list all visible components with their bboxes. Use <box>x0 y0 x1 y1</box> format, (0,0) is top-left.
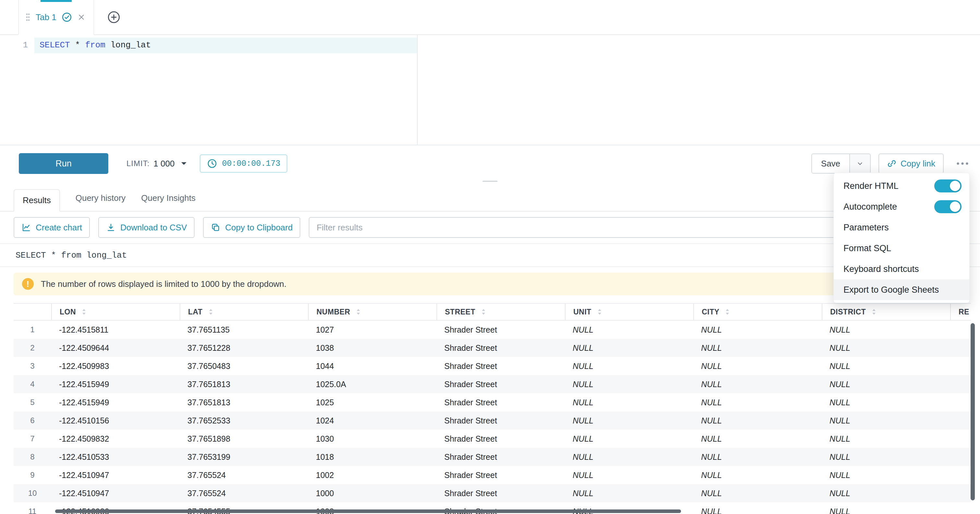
drag-handle-icon[interactable] <box>25 12 30 22</box>
more-menu: Render HTMLAutocompleteParametersFormat … <box>834 172 970 303</box>
copy-link-button[interactable]: Copy link <box>878 153 944 174</box>
tab-results[interactable]: Results <box>14 189 60 212</box>
table-cell: NULL <box>693 357 822 375</box>
table-row[interactable]: 3-122.450998337.76504831044Shrader Stree… <box>14 357 971 375</box>
menu-item-label: Keyboard shortcuts <box>843 264 919 274</box>
tab-query-insights[interactable]: Query Insights <box>141 193 196 211</box>
menu-item-export-to-google-sheets[interactable]: Export to Google Sheets <box>834 279 969 300</box>
column-header-street[interactable]: STREET <box>436 304 565 320</box>
column-header-district[interactable]: DISTRICT <box>822 304 950 320</box>
sort-icon[interactable] <box>354 308 363 316</box>
table-cell <box>950 429 971 448</box>
sort-icon[interactable] <box>870 308 878 316</box>
copy-clipboard-button[interactable]: Copy to Clipboard <box>203 217 300 238</box>
menu-item-parameters[interactable]: Parameters <box>834 217 969 238</box>
results-tab-bar: Results Query history Query Insights <box>0 182 980 212</box>
run-button[interactable]: Run <box>19 153 108 174</box>
table-cell: 1030 <box>308 429 436 448</box>
table-cell: NULL <box>822 448 950 466</box>
table-row[interactable]: 5-122.451594937.76518131025Shrader Stree… <box>14 393 971 412</box>
table-cell: NULL <box>822 393 950 412</box>
table-cell <box>950 375 971 393</box>
table-cell: NULL <box>565 375 693 393</box>
table-row[interactable]: 4-122.451594937.76518131025.0AShrader St… <box>14 375 971 393</box>
column-header-number[interactable]: NUMBER <box>308 304 436 320</box>
save-button[interactable]: Save <box>812 154 849 173</box>
sql-text: * <box>70 40 85 50</box>
table-cell: 37.7653199 <box>180 448 308 466</box>
table-cell: NULL <box>565 321 693 339</box>
table-cell: NULL <box>822 466 950 484</box>
limit-dropdown[interactable]: LIMIT: 1 000 <box>126 159 188 169</box>
column-header-city[interactable]: CITY <box>693 304 822 320</box>
sort-icon[interactable] <box>207 308 215 316</box>
plus-circle-icon <box>107 10 121 24</box>
horizontal-scrollbar[interactable] <box>55 509 681 513</box>
ellipsis-icon <box>955 161 970 166</box>
column-label: CITY <box>702 308 719 316</box>
sort-icon[interactable] <box>723 308 732 316</box>
table-row[interactable]: 2-122.450964437.76512281038Shrader Stree… <box>14 339 971 357</box>
table-cell: Shrader Street <box>436 412 565 429</box>
table-cell: NULL <box>822 321 950 339</box>
active-tab-indicator <box>41 0 72 2</box>
save-dropdown-button[interactable] <box>849 154 870 173</box>
editor-split-divider[interactable] <box>417 35 418 145</box>
download-csv-button[interactable]: Download to CSV <box>98 217 194 238</box>
table-row[interactable]: 10-122.451094737.7655241000Shrader Stree… <box>14 484 971 502</box>
menu-item-format-sql[interactable]: Format SQL <box>834 238 969 259</box>
row-number-cell: 11 <box>14 502 51 514</box>
table-cell <box>950 412 971 429</box>
sql-editor[interactable]: 1 SELECT * from long_lat <box>0 35 980 145</box>
sort-icon[interactable] <box>479 308 488 316</box>
table-cell: 1000 <box>308 484 436 502</box>
table-cell <box>950 321 971 339</box>
table-cell: 37.7651228 <box>180 339 308 357</box>
table-cell: NULL <box>565 484 693 502</box>
table-row[interactable]: 7-122.450983237.76518981030Shrader Stree… <box>14 429 971 448</box>
table-cell: NULL <box>822 339 950 357</box>
table-cell: -122.4510533 <box>51 448 180 466</box>
table-cell: 1002 <box>308 466 436 484</box>
close-tab-icon[interactable] <box>77 13 86 21</box>
query-tab[interactable]: Tab 1 <box>18 0 94 35</box>
sort-icon[interactable] <box>80 308 88 316</box>
check-circle-icon <box>62 12 72 22</box>
row-number-cell: 6 <box>14 412 51 429</box>
column-header-lat[interactable]: LAT <box>180 304 308 320</box>
chevron-down-icon <box>856 159 864 168</box>
create-chart-button[interactable]: Create chart <box>14 217 90 238</box>
vertical-scrollbar[interactable] <box>970 323 975 500</box>
table-cell: NULL <box>565 466 693 484</box>
row-number-cell: 7 <box>14 429 51 448</box>
table-row[interactable]: 9-122.451094737.7655241002Shrader Street… <box>14 466 971 484</box>
chart-icon <box>21 223 31 232</box>
menu-item-autocomplete[interactable]: Autocomplete <box>834 196 969 217</box>
clock-icon <box>207 158 217 169</box>
render-html-toggle[interactable] <box>934 179 961 192</box>
column-header-lon[interactable]: LON <box>51 304 180 320</box>
table-cell: 37.7652533 <box>180 412 308 429</box>
sql-identifier: long_lat <box>105 40 151 50</box>
table-row[interactable]: 8-122.451053337.76531991018Shrader Stree… <box>14 448 971 466</box>
column-header-unit[interactable]: UNIT <box>565 304 693 320</box>
table-cell: NULL <box>693 484 822 502</box>
results-table: LONLATNUMBERSTREETUNITCITYDISTRICTRE 1-1… <box>14 303 971 514</box>
query-preview-bar[interactable]: SELECT * from long_lat <box>0 243 980 267</box>
menu-item-render-html[interactable]: Render HTML <box>834 176 969 196</box>
table-cell: Shrader Street <box>436 357 565 375</box>
add-tab-button[interactable] <box>107 0 121 34</box>
table-cell: NULL <box>565 448 693 466</box>
sort-icon[interactable] <box>595 308 604 316</box>
column-header-re[interactable]: RE <box>950 304 971 320</box>
table-cell: NULL <box>565 429 693 448</box>
autocomplete-toggle[interactable] <box>934 200 961 213</box>
table-row[interactable]: 6-122.451015637.76525331024Shrader Stree… <box>14 412 971 429</box>
code-line[interactable]: SELECT * from long_lat <box>40 40 151 50</box>
menu-item-keyboard-shortcuts[interactable]: Keyboard shortcuts <box>834 259 969 279</box>
more-menu-button[interactable] <box>955 158 970 169</box>
column-label: RE <box>959 308 969 316</box>
tab-query-history[interactable]: Query history <box>76 193 126 211</box>
table-cell: 37.7651813 <box>180 393 308 412</box>
table-row[interactable]: 1-122.451581137.76511351027Shrader Stree… <box>14 321 971 339</box>
